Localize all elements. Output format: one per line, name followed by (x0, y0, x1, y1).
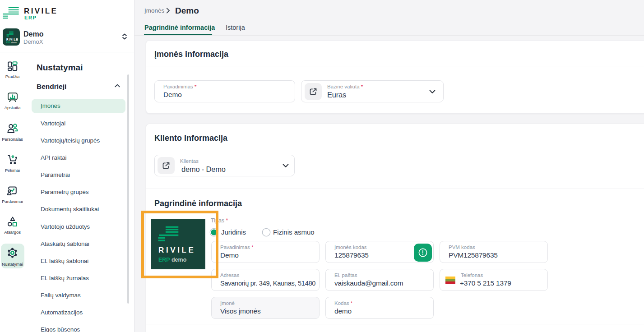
svg-text:RIVILE: RIVILE (6, 38, 19, 41)
svg-text:ERP demo: ERP demo (6, 42, 17, 44)
